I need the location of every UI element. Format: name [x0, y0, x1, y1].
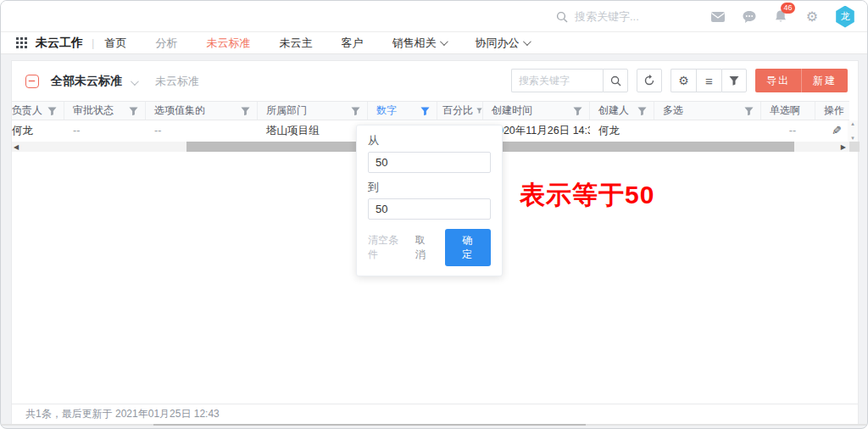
vertical-scrollbar[interactable]: ▲ ▼: [848, 120, 858, 142]
filter-icon[interactable]: [351, 106, 360, 115]
cell-single-select: --: [761, 120, 815, 141]
app-logo[interactable]: [22, 6, 42, 26]
gear-icon: ⚙: [678, 75, 689, 86]
to-label: 到: [368, 180, 491, 195]
settings-button[interactable]: ⚙: [670, 69, 696, 92]
scroll-up-icon[interactable]: ▲: [850, 121, 855, 126]
table-header: 负责人 审批状态 选项值集的 所属部门 数字 百分比: [12, 101, 849, 120]
filter-icon[interactable]: [573, 106, 582, 115]
number-filter-popup: 从 到 清空条件 取 消 确 定: [356, 125, 503, 276]
nav-item-customers[interactable]: 客户: [341, 36, 363, 51]
export-button[interactable]: 导出: [755, 69, 802, 92]
funnel-icon: [729, 75, 739, 86]
column-header-percent[interactable]: 百分比: [437, 102, 483, 120]
cell-department: 塔山项目组: [258, 120, 368, 141]
main-nav: 未云工作 | 首页 分析 未云标准 未云主 客户 销售相关 协同办公: [1, 32, 867, 54]
statusbar: 共1条，最后更新于 2021年01月25日 12:43: [12, 404, 858, 424]
filter-icon[interactable]: [637, 106, 647, 115]
object-icon: [25, 75, 39, 88]
confirm-button[interactable]: 确 定: [445, 229, 491, 266]
column-header-single-select[interactable]: 单选啊: [761, 102, 815, 120]
bell-icon[interactable]: 46: [772, 8, 789, 25]
filter-icon[interactable]: [47, 106, 57, 115]
view-subtitle: 未云标准: [155, 74, 199, 89]
scroll-left-icon[interactable]: ◀: [14, 143, 19, 151]
refresh-icon: [643, 75, 655, 86]
mail-icon[interactable]: [709, 8, 726, 25]
filter-button[interactable]: [721, 69, 747, 92]
column-header-department[interactable]: 所属部门: [258, 102, 368, 120]
cell-actions: ✎: [815, 120, 849, 141]
window-bottom-edge: [1, 424, 867, 426]
nav-item-home[interactable]: 首页: [104, 36, 126, 51]
scroll-right-icon[interactable]: ▶: [841, 143, 846, 151]
list-display-button[interactable]: ≡: [696, 69, 721, 92]
nav-item-sales[interactable]: 销售相关: [392, 36, 446, 51]
column-header-owner[interactable]: 负责人: [12, 102, 64, 120]
column-header-actions: 操作: [815, 102, 849, 120]
cancel-button[interactable]: 取 消: [403, 230, 440, 265]
gear-icon[interactable]: ⚙: [804, 8, 821, 25]
apps-grid-icon[interactable]: [16, 37, 27, 48]
view-title[interactable]: 全部未云标准: [51, 74, 122, 89]
chevron-down-icon: [523, 37, 531, 46]
cell-option-set: --: [146, 120, 258, 141]
scroll-down-icon[interactable]: ▼: [850, 136, 855, 141]
nav-item-collaboration[interactable]: 协同办公: [475, 36, 529, 51]
cell-multi-select: [654, 120, 761, 141]
annotation-text: 表示等于50: [520, 178, 654, 213]
search-icon: [610, 75, 621, 86]
list-search-button[interactable]: [603, 69, 628, 92]
global-search-placeholder: 搜索关键字...: [575, 9, 639, 25]
nav-divider: |: [92, 36, 94, 49]
from-label: 从: [368, 133, 491, 148]
clear-filter-link[interactable]: 清空条件: [368, 233, 403, 262]
app-title: 未云工作: [36, 36, 83, 51]
nav-item-analysis[interactable]: 分析: [155, 36, 177, 51]
nav-item-weiyun-standard[interactable]: 未云标准: [206, 36, 250, 51]
search-icon: [556, 11, 568, 23]
avatar[interactable]: 龙: [835, 6, 855, 28]
scrollbar-corner: [849, 142, 860, 152]
list-search-input[interactable]: [511, 69, 603, 92]
filter-icon[interactable]: [744, 106, 754, 115]
view-chevron-down-icon[interactable]: [131, 74, 136, 89]
filter-icon[interactable]: [476, 106, 482, 115]
view-toolbar: 全部未云标准 未云标准 ⚙ ≡: [12, 61, 858, 101]
column-header-creator[interactable]: 创建人: [590, 102, 654, 120]
chevron-down-icon: [440, 37, 448, 46]
column-header-approval[interactable]: 审批状态: [64, 102, 146, 120]
nav-item-weiyun-main[interactable]: 未云主: [279, 36, 312, 51]
column-header-number[interactable]: 数字: [368, 102, 437, 120]
cell-approval: --: [64, 120, 146, 141]
notification-badge: 46: [781, 3, 795, 14]
from-input[interactable]: [368, 152, 491, 173]
app-window: 搜索关键字... 46 ⚙ 龙 未云工作 |: [0, 0, 868, 429]
create-button[interactable]: 新建: [802, 69, 848, 92]
cell-owner: 何龙: [12, 120, 64, 141]
list-search: [511, 69, 628, 92]
filter-icon[interactable]: [241, 106, 250, 115]
topbar: 搜索关键字... 46 ⚙ 龙: [1, 1, 867, 32]
refresh-button[interactable]: [637, 69, 662, 92]
column-header-multi-select[interactable]: 多选: [654, 102, 761, 120]
column-header-created-time[interactable]: 创建时间: [483, 102, 590, 120]
cell-creator: 何龙: [590, 120, 654, 141]
to-input[interactable]: [368, 198, 491, 220]
filter-icon[interactable]: [129, 106, 138, 115]
chat-icon[interactable]: [741, 8, 758, 25]
record-count-status: 共1条，最后更新于 2021年01月25日 12:43: [25, 407, 220, 421]
global-search[interactable]: 搜索关键字...: [556, 1, 639, 32]
column-header-option-set[interactable]: 选项值集的: [146, 102, 258, 120]
edit-icon[interactable]: ✎: [832, 124, 842, 137]
filter-icon-active[interactable]: [420, 106, 430, 115]
list-icon: ≡: [705, 75, 713, 87]
